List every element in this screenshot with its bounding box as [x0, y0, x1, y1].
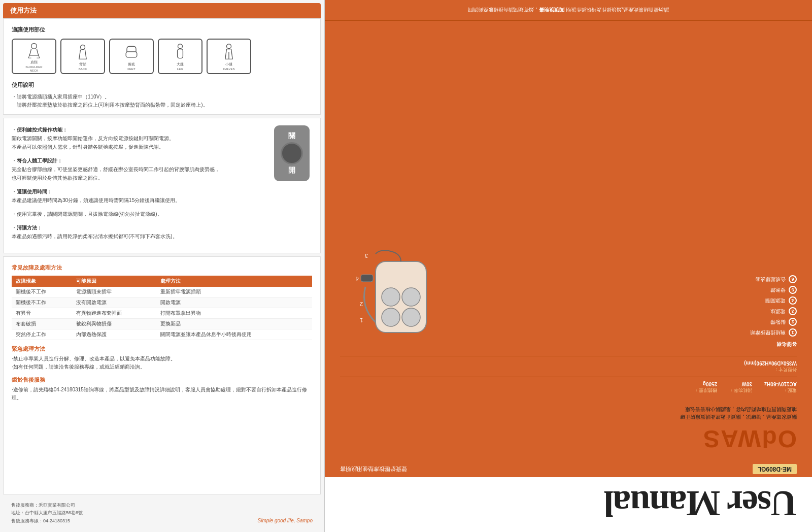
specs-row-1: 電配： AC110V-60Hz 消耗功率： 30W 機體淨重： 2500g [340, 381, 797, 393]
table-row: 開機後不工作 電源插頭未插牢 重新插牢電源插頭 [12, 287, 312, 297]
section-header: 使用方法 [3, 3, 321, 18]
table-row: 布套破損 被銳利異物損傷 更換新品 [12, 319, 312, 329]
trouble-title: 常見故障及處理方法 [12, 264, 312, 272]
parts-title: 各部名稱 [452, 341, 797, 348]
right-inner: User Manual ME-D809GL 聲寶舒壓按摩墊使用說明書 OdWAS… [325, 0, 812, 532]
power-button-diagram: 關 開 [272, 125, 312, 181]
svg-point-0 [31, 43, 37, 49]
left-panel: 使用方法 適讓使用部位 肩頸SHOULDERNECK 背部BACK 腳底FEET [0, 0, 325, 532]
svg-text:2: 2 [360, 301, 363, 307]
spec-voltage: 電配： AC110V-60Hz [764, 381, 797, 393]
body-part-calves: 小腿CALVES [207, 39, 251, 74]
usage-section: 適讓使用部位 肩頸SHOULDERNECK 背部BACK 腳底FEET 大腿LE… [3, 18, 321, 115]
table-row: 開機後不工作 沒有開啟電源 開啟電源 [12, 297, 312, 308]
body-part-back: 背部BACK [60, 39, 105, 74]
right-warning: 購買家電產品，請確認，購買正廠牌及購買廠牌正確 地廠商購買可維精商品內容，最認購… [655, 406, 797, 421]
col-solution: 處理方法 [156, 276, 312, 287]
middle-section: ・便利鍵控式操作功能： 開啟電源開關，按摩功能即開始運作，反方向按電源按鍵則可關… [3, 118, 321, 253]
slogan: Simple good life, Sampo [258, 516, 313, 525]
header-title: 使用方法 [10, 7, 37, 14]
body-part-shoulder: 肩頸SHOULDERNECK [12, 39, 56, 74]
list-item: 5 發泡體 [452, 286, 797, 294]
emergency-text: ·禁止非專業人員進行分解、修理、改造本產品，以避免本產品功能故障。 ·如有任何問… [12, 355, 312, 371]
trouble-section: 常見故障及處理方法 故障現象 可能原因 處理方法 開機後不工作 電源插頭未插牢 … [3, 256, 321, 494]
svg-point-5 [227, 44, 231, 48]
svg-point-1 [81, 45, 85, 49]
emergency-title: 緊急處理方法 [12, 345, 312, 353]
svg-point-9 [402, 288, 420, 306]
spec-weight: 機體淨重： 2500g [694, 381, 717, 393]
parts-list: 各部名稱 1 兩組指壓按摩頭 2 黏紮帶 3 電源線 4 [452, 246, 797, 348]
list-item: 1 兩組指壓按摩頭 [452, 328, 797, 337]
middle-text: ・便利鍵控式操作功能： 開啟電源開關，按摩功能即開始運作，反方向按電源按鍵則可關… [12, 125, 263, 246]
svg-point-8 [382, 308, 400, 326]
svg-text:1: 1 [360, 317, 363, 323]
spec-size: 外型尺寸： W350xD90xH290(mm) [744, 360, 797, 373]
svg-text:4: 4 [356, 276, 359, 281]
col-symptom: 故障現象 [12, 276, 72, 287]
spec-power: 消耗功率： 30W [729, 381, 752, 393]
specs-section: 電配： AC110V-60Hz 消耗功率： 30W 機體淨重： 2500g [340, 352, 797, 393]
service-title: 鑑於售後服務 [12, 376, 312, 384]
svg-text:3: 3 [365, 253, 368, 258]
svg-rect-2 [126, 52, 137, 57]
list-item: 4 電源開關 [452, 296, 797, 305]
usage-title: 適讓使用部位 [12, 26, 312, 34]
body-part-feet: 腳底FEET [109, 39, 154, 74]
footer-left: 售後服務商：禾亞實業有限公司 地址：台中縣大里市五福路56巷6號 售後服務專線：… [3, 497, 321, 529]
user-manual-title: User Manual [340, 485, 797, 522]
list-item: 3 電源線 [452, 307, 797, 315]
model-bar: ME-D809GL 聲寶舒壓按摩墊使用說明書 [325, 461, 812, 477]
right-bottom: 請勿擅自組裝此產品,如須操作及特殊操作說明 閱讀說明書，如有疑問請向授權服務商詢… [325, 0, 812, 21]
svg-point-3 [178, 44, 183, 48]
list-item: 6 合成塑膠皮套 [452, 275, 797, 283]
service-text: ·送修前，請先聯絡04-24180315諮詢專線，將產品型號及故障情況詳細說明，… [12, 386, 312, 402]
company-info: 售後服務商：禾亞實業有限公司 地址：台中縣大里市五福路56巷6號 售後服務專線：… [11, 502, 83, 525]
parts-area: 各部名稱 1 兩組指壓按摩頭 2 黏紮帶 3 電源線 4 [340, 246, 797, 348]
specs-row-2: 外型尺寸： W350xD90xH290(mm) [340, 360, 797, 373]
svg-point-7 [402, 308, 420, 326]
right-body: OdWAS 購買家電產品，請確認，購買正廠牌及購買廠牌正確 地廠商購買可維精商品… [325, 21, 812, 461]
right-panel: User Manual ME-D809GL 聲寶舒壓按摩墊使用說明書 OdWAS… [325, 0, 812, 532]
model-tagline: 聲寶舒壓按摩墊使用說明書 [340, 466, 407, 473]
col-cause: 可能原因 [72, 276, 156, 287]
table-row: 突然停止工作 內部過熱保護 關閉電源並讓本產品休息半小時後再使用 [12, 329, 312, 340]
usage-instructions: ・請將電源插頭插入家用插座中（110V）。 請將舒壓按摩墊放於欲按摩之部位上(可… [12, 93, 312, 109]
product-diagram: 1 2 3 4 [340, 246, 442, 348]
body-parts-row: 肩頸SHOULDERNECK 背部BACK 腳底FEET 大腿LEG 小腿CAL… [12, 39, 312, 74]
sampo-logo: OdWAS [340, 425, 797, 453]
body-part-leg: 大腿LEG [158, 39, 202, 74]
trouble-table: 故障現象 可能原因 處理方法 開機後不工作 電源插頭未插牢 重新插牢電源插頭 開… [12, 276, 312, 340]
svg-rect-11 [361, 275, 373, 282]
right-top: User Manual [325, 477, 812, 532]
svg-rect-4 [178, 49, 183, 58]
model-number: ME-D809GL [753, 464, 797, 474]
list-item: 2 黏紮帶 [452, 318, 797, 326]
table-row: 有異音 有異物跑進布套裡面 打開布罩拿出異物 [12, 308, 312, 319]
usage-sub-title: 使用說明 [12, 81, 312, 89]
svg-point-10 [382, 288, 400, 306]
bottom-warning: 請勿擅自組裝此產品,如須操作及特殊操作說明 閱讀說明書，如有疑問請向授權服務商詢… [340, 6, 797, 14]
